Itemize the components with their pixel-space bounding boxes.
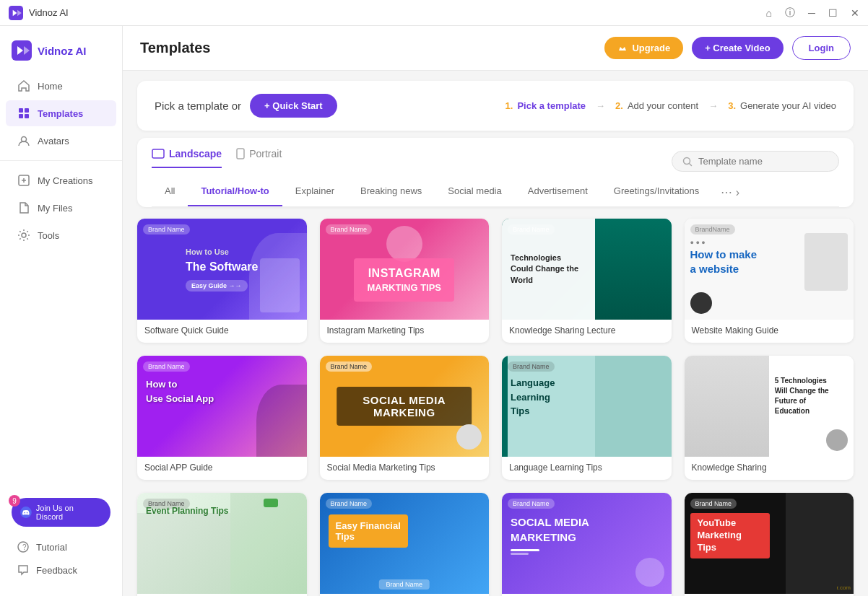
titlebar-left: Vidnoz AI [9,6,69,20]
quick-start-banner: Pick a template or + Quick Start 1. Pick… [137,81,854,131]
landscape-icon [152,149,165,159]
cat-tab-greetings[interactable]: Greetings/Invitations [601,178,713,206]
svg-rect-3 [25,108,29,113]
template-card-3[interactable]: Brand Name TechnologiesCould Change theW… [502,219,672,343]
home-icon [17,79,30,92]
header-actions: Upgrade + Create Video Login [604,36,851,60]
template-thumb-10: Brand Name Easy FinancialTips Brand Name [320,493,490,594]
brand-badge-6: Brand Name [326,361,373,372]
svg-rect-5 [25,114,29,118]
template-card-2[interactable]: Brand Name INSTAGRAM MARKTING TIPS Insta… [320,219,490,343]
sidebar-logo: Vidnoz AI [0,35,122,72]
sidebar-item-tutorial[interactable]: ? Tutorial [6,535,116,558]
sidebar-item-home[interactable]: Home [6,73,116,99]
template-card-11[interactable]: Brand Name SOCIAL MEDIAMARKETING Purple … [502,493,672,596]
template-thumb-4: BrandName ● ● ● How to makea website [685,219,854,320]
pick-template-label: Pick a template or [155,100,241,112]
template-card-1[interactable]: Brand Name How to Use The Software Easy … [137,219,307,343]
thumb-text-1: How to Use The Software Easy Guide →→ [177,241,266,297]
sidebar-item-feedback[interactable]: Feedback [6,558,116,582]
brand-badge-11: Brand Name [508,499,555,509]
titlebar-controls: ⌂ ⓘ ─ ☐ ✕ [766,6,859,19]
upgrade-label: Upgrade [632,43,670,53]
sidebar-item-templates-label: Templates [38,108,83,119]
avatars-icon [17,134,30,147]
template-thumb-8: Brand Name 5 TechnologiesWill Change the… [685,356,854,457]
brand-badge-7: Brand Name [508,361,555,372]
upgrade-button[interactable]: Upgrade [604,37,683,59]
feedback-icon [17,564,29,576]
cat-tab-breaking[interactable]: Breaking news [347,178,435,206]
template-thumb-1: Brand Name How to Use The Software Easy … [137,219,307,320]
create-label: + Create Video [705,43,770,53]
svg-rect-12 [152,149,164,158]
step1-num: 1. [505,100,513,111]
template-label-3: Knowledge Sharing Lecture [502,320,672,343]
cat-tab-all[interactable]: All [152,178,188,206]
creations-icon [17,174,30,187]
search-icon [682,157,693,167]
brand-badge-1: Brand Name [143,224,190,235]
thumb-text-2: INSTAGRAM MARKTING TIPS [354,258,454,302]
template-label-5: Social APP Guide [137,457,307,480]
template-thumb-5: Brand Name How toUse Social App [137,356,307,457]
template-card-9[interactable]: Brand Name Event Planning Tips Event Pla… [137,493,307,596]
portrait-tab[interactable]: Portrait [236,148,282,168]
search-box[interactable] [672,151,839,172]
template-thumb-12: Brand Name YouTubeMarketing Tips r.com [685,493,854,594]
quickstart-button[interactable]: + Quick Start [250,94,337,118]
template-card-8[interactable]: Brand Name 5 TechnologiesWill Change the… [685,356,854,480]
step3-num: 3. [728,100,736,111]
sidebar-item-home-label: Home [38,81,63,92]
template-card-12[interactable]: Brand Name YouTubeMarketing Tips r.com Y… [685,493,854,596]
cat-tab-social[interactable]: Social media [435,178,514,206]
quickstart-label: + Quick Start [264,100,323,111]
template-thumb-6: Brand Name SOCIAL MEDIAMARKEING [320,356,490,457]
sidebar-divider [0,160,122,161]
home-titlebar-btn[interactable]: ⌂ [766,7,772,19]
cat-tab-tutorial[interactable]: Tutorial/How-to [188,178,282,206]
maximize-btn[interactable]: ☐ [828,7,838,19]
sidebar-item-tools[interactable]: Tools [6,222,116,248]
crown-icon [617,43,628,53]
cat-tab-advertisement[interactable]: Advertisement [515,178,601,206]
template-card-10[interactable]: Brand Name Easy FinancialTips Brand Name… [320,493,490,596]
sidebar-item-files-label: My Files [38,203,72,214]
sidebar-item-avatars[interactable]: Avatars [6,128,116,154]
template-card-4[interactable]: BrandName ● ● ● How to makea website Web… [685,219,854,343]
search-input[interactable] [698,156,828,167]
login-button[interactable]: Login [792,36,851,60]
sidebar-item-my-files[interactable]: My Files [6,195,116,221]
banner-steps: 1. Pick a template → 2. Add your content… [505,100,836,111]
svg-rect-2 [19,108,23,113]
step-sep-1: → [596,100,605,111]
portrait-label: Portrait [249,148,282,159]
login-label: Login [809,43,834,53]
create-video-button[interactable]: + Create Video [692,37,783,59]
template-label-4: Website Making Guide [685,320,854,343]
template-card-5[interactable]: Brand Name How toUse Social App Social A… [137,356,307,480]
template-label-8: Knowledge Sharing [685,457,854,480]
files-icon [17,201,30,214]
tutorial-icon: ? [17,541,29,553]
template-label-1: Software Quick Guide [137,320,307,343]
discord-button[interactable]: 9 Join Us on Discord [12,498,110,527]
template-card-6[interactable]: Brand Name SOCIAL MEDIAMARKEING Social M… [320,356,490,480]
template-label-6: Social Media Marketing Tips [320,457,490,480]
template-card-7[interactable]: Brand Name LanguageLearningTips Language… [502,356,672,480]
close-btn[interactable]: ✕ [851,7,859,19]
info-titlebar-btn[interactable]: ⓘ [785,6,795,19]
sidebar-item-templates[interactable]: Templates [6,100,116,126]
landscape-label: Landscape [169,148,222,159]
svg-rect-13 [237,149,244,159]
cat-tab-explainer[interactable]: Explainer [282,178,347,206]
landscape-tab[interactable]: Landscape [152,148,222,168]
minimize-btn[interactable]: ─ [808,7,815,19]
template-thumb-9: Brand Name Event Planning Tips [137,493,307,594]
tools-icon [17,229,30,242]
sidebar-item-my-creations[interactable]: My Creations [6,167,116,193]
cat-more-btn[interactable]: ⋯ › [712,178,748,206]
sidebar-item-tools-label: Tools [38,230,59,241]
discord-label: Join Us on Discord [36,504,102,521]
template-thumb-3: Brand Name TechnologiesCould Change theW… [502,219,672,320]
